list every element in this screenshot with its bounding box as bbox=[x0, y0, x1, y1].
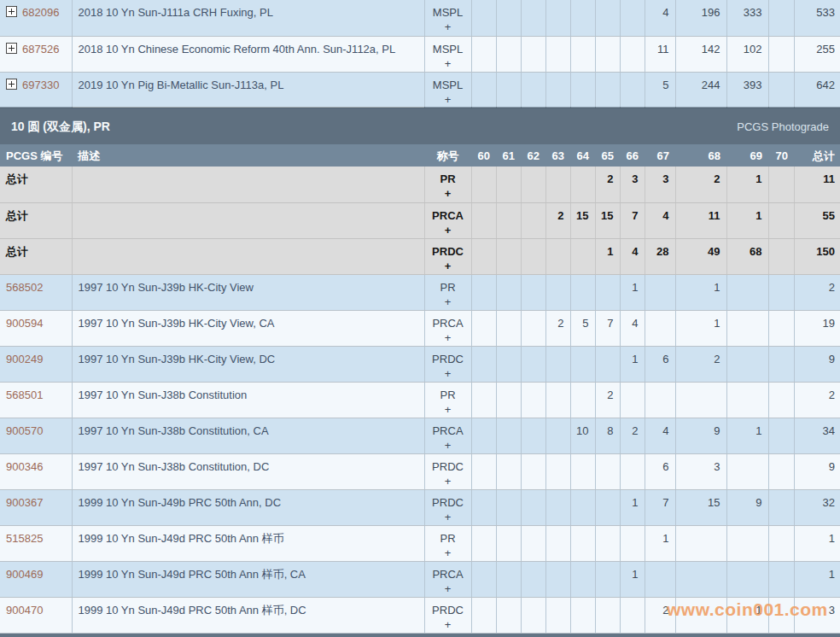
pcgs-number-cell: 900570 bbox=[0, 418, 72, 453]
header-grade-63: 63 bbox=[545, 144, 570, 167]
grade-count-70 bbox=[768, 36, 794, 72]
header-grade-60: 60 bbox=[471, 144, 496, 167]
pcgs-number-link[interactable]: 900346 bbox=[6, 460, 43, 473]
grade-count-64 bbox=[570, 72, 595, 108]
pcgs-number-link[interactable]: 568502 bbox=[6, 281, 43, 294]
grade-count-64 bbox=[570, 274, 595, 310]
summary-label: 总计 bbox=[0, 238, 72, 274]
coin-description: 1997 10 Yn Sun-J38b Constitution, CA bbox=[72, 418, 424, 453]
designation-label: PR bbox=[427, 280, 470, 295]
designation-plus: + bbox=[427, 295, 470, 309]
grade-count-70 bbox=[768, 0, 794, 36]
pcgs-number-cell: 900346 bbox=[0, 453, 72, 489]
grade-count-68: 1 bbox=[675, 274, 726, 310]
pcgs-number-link[interactable]: 682096 bbox=[22, 6, 59, 19]
total-count: 1 bbox=[794, 561, 840, 597]
grade-count-66 bbox=[620, 72, 645, 108]
designation-label: MSPL bbox=[427, 78, 470, 92]
pcgs-number-link[interactable]: 900594 bbox=[6, 317, 43, 330]
pcgs-number-link[interactable]: 515825 bbox=[6, 532, 43, 545]
table-row: 568502 1997 10 Yn Sun-J39b HK-City View … bbox=[0, 274, 840, 310]
designation-plus: + bbox=[427, 259, 470, 273]
grade-count-61 bbox=[496, 382, 521, 418]
grade-count-61 bbox=[496, 0, 521, 36]
grade-count-63 bbox=[545, 489, 570, 525]
header-grade-68: 68 bbox=[675, 144, 726, 167]
grade-count-65: 2 bbox=[595, 382, 620, 418]
designation-plus: + bbox=[427, 330, 470, 345]
designation-label: MSPL bbox=[427, 42, 470, 56]
coin-description: 1997 10 Yn Sun-J38b Constitution bbox=[72, 382, 424, 418]
grade-count-69 bbox=[726, 274, 768, 310]
designation-cell: MSPL+ bbox=[424, 72, 471, 108]
photograde-link[interactable]: PCGS Photograde bbox=[737, 120, 829, 134]
grade-count-66 bbox=[620, 453, 645, 489]
total-count: 11 bbox=[794, 167, 840, 202]
expand-icon[interactable] bbox=[6, 79, 17, 90]
grade-count-69 bbox=[726, 346, 768, 382]
grade-count-60 bbox=[471, 382, 496, 418]
total-count: 34 bbox=[794, 418, 840, 453]
pcgs-number-link[interactable]: 900367 bbox=[6, 496, 43, 509]
grade-count-69: 1 bbox=[726, 167, 768, 202]
grade-count-67: 2 bbox=[645, 597, 675, 633]
pcgs-number-link[interactable]: 687526 bbox=[22, 43, 59, 56]
designation-label: PRDC bbox=[427, 244, 470, 259]
grade-count-64 bbox=[570, 525, 595, 561]
pcgs-number-link[interactable]: 900470 bbox=[6, 604, 43, 617]
grade-count-69: 68 bbox=[726, 238, 768, 274]
expand-icon[interactable] bbox=[6, 6, 17, 17]
grade-count-61 bbox=[496, 525, 521, 561]
grade-count-68 bbox=[675, 597, 726, 633]
grade-count-61 bbox=[496, 418, 521, 453]
grade-count-68: 2 bbox=[675, 346, 726, 382]
grade-count-70 bbox=[768, 418, 794, 453]
pcgs-number-cell: 682096 bbox=[0, 0, 72, 36]
grade-count-60 bbox=[471, 238, 496, 274]
designation-cell: PR+ bbox=[424, 274, 471, 310]
grade-count-62 bbox=[521, 310, 545, 346]
grade-count-67: 1 bbox=[645, 525, 675, 561]
grade-count-70 bbox=[768, 382, 794, 418]
total-count: 533 bbox=[794, 0, 840, 36]
pcgs-number-link[interactable]: 568501 bbox=[6, 389, 43, 401]
header-pcgs-no: PCGS 编号 bbox=[0, 144, 72, 167]
coin-description: 1999 10 Yn Sun-J49d PRC 50th Ann 样币, CA bbox=[72, 561, 424, 597]
grade-count-66 bbox=[620, 382, 645, 418]
grade-count-60 bbox=[471, 489, 496, 525]
pcgs-number-cell: 900594 bbox=[0, 310, 72, 346]
grade-count-69 bbox=[726, 310, 768, 346]
grade-count-66 bbox=[620, 36, 645, 72]
pcgs-number-cell: 515825 bbox=[0, 525, 72, 561]
grade-count-61 bbox=[496, 202, 521, 238]
pcgs-number-link[interactable]: 900249 bbox=[6, 353, 43, 365]
designation-cell: PRDC+ bbox=[424, 346, 471, 382]
pcgs-number-link[interactable]: 900570 bbox=[6, 424, 43, 437]
designation-plus: + bbox=[427, 366, 470, 381]
grade-count-64: 5 bbox=[570, 310, 595, 346]
pcgs-number-link[interactable]: 900469 bbox=[6, 568, 43, 581]
header-total: 总计 bbox=[794, 144, 840, 167]
grade-count-67 bbox=[645, 274, 675, 310]
expand-icon[interactable] bbox=[6, 43, 17, 54]
grade-count-67 bbox=[645, 561, 675, 597]
grade-count-66: 4 bbox=[620, 238, 645, 274]
grade-count-68 bbox=[675, 525, 726, 561]
pcgs-number-link[interactable]: 697330 bbox=[22, 79, 59, 91]
grade-count-65 bbox=[595, 274, 620, 310]
grade-count-67: 5 bbox=[645, 72, 675, 108]
designation-label: PRDC bbox=[427, 495, 470, 510]
table-row: 900469 1999 10 Yn Sun-J49d PRC 50th Ann … bbox=[0, 561, 840, 597]
grade-count-65 bbox=[595, 525, 620, 561]
grade-count-61 bbox=[496, 310, 521, 346]
designation-label: PRCA bbox=[427, 208, 470, 223]
pcgs-number-cell: 900249 bbox=[0, 346, 72, 382]
grade-count-64 bbox=[570, 382, 595, 418]
grade-count-63 bbox=[545, 36, 570, 72]
data-rows: 568502 1997 10 Yn Sun-J39b HK-City View … bbox=[0, 274, 840, 633]
designation-plus: + bbox=[427, 56, 470, 71]
grade-count-67: 28 bbox=[645, 238, 675, 274]
grade-count-66 bbox=[620, 0, 645, 36]
grade-count-65 bbox=[595, 453, 620, 489]
total-count: 9 bbox=[794, 346, 840, 382]
